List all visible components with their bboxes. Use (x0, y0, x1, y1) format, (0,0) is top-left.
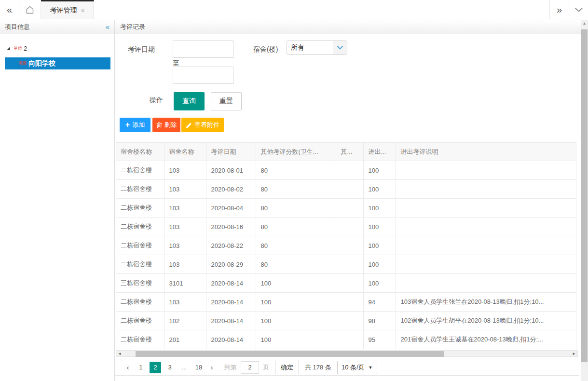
page-size-value: 10 条/页 (342, 363, 365, 372)
table-row[interactable]: 二栋宿舍楼1032020-08-0480100 (116, 199, 576, 218)
tree-node-unit[interactable]: 单位 2 (0, 43, 114, 54)
vertical-scrollbar[interactable]: ▲ (581, 20, 588, 381)
tab-menu-button[interactable] (569, 0, 588, 19)
table-row[interactable]: 二栋宿舍楼1032020-08-1410094103宿舍人员学生张兰在2020-… (116, 293, 576, 312)
goto-confirm-button[interactable]: 确定 (275, 361, 299, 374)
delete-button[interactable]: 删除 (152, 118, 180, 132)
tree-node-label: 向阳学校 (28, 59, 55, 68)
pagination-page[interactable]: 2 (150, 362, 161, 373)
table-row[interactable]: 二栋宿舍楼2012020-08-1410095201宿舍人员学生王诚基在2020… (116, 330, 576, 349)
action-label: 操作 (150, 96, 163, 105)
table-cell: 102 (164, 312, 206, 330)
pagination-page[interactable]: 1 (135, 362, 147, 373)
goto-page-input[interactable] (241, 361, 259, 374)
table-cell: 80 (256, 161, 336, 180)
pagination-page[interactable]: 18 (193, 362, 205, 373)
table-column-header: 宿舍楼名称 (116, 143, 164, 161)
table-cell (396, 180, 576, 199)
view-attachment-button-label: 查看附件 (194, 121, 219, 129)
date-range-label: 考评日期 (128, 45, 155, 54)
table-cell: 3101 (164, 274, 206, 293)
table-cell: 2020-08-04 (206, 199, 256, 218)
table-row[interactable]: 三栋宿舍楼31012020-08-14100100 (116, 274, 576, 293)
sidebar: 项目信息 « 单位 2 项目 向阳学校 (0, 20, 115, 381)
table-cell: 103 (164, 161, 206, 180)
table-column-header: 宿舍名称 (164, 143, 206, 161)
table-cell: 二栋宿舍楼 (116, 180, 164, 199)
page-size-select[interactable]: 10 条/页 ▼ (337, 361, 377, 374)
table-cell: 2020-08-01 (206, 161, 256, 180)
expand-tabs-button[interactable]: » (549, 0, 569, 19)
table-cell: 二栋宿舍楼 (116, 293, 164, 312)
table-cell: 100 (363, 255, 396, 274)
table-cell: 80 (256, 236, 336, 255)
table-row[interactable]: 二栋宿舍楼1032020-08-1680100 (116, 218, 576, 236)
table-cell (396, 218, 576, 236)
table-column-header: 考评日期 (206, 143, 256, 161)
table-cell: 2020-08-14 (206, 312, 256, 330)
table-row[interactable]: 二栋宿舍楼1032020-08-0180100 (116, 161, 576, 180)
table-cell: 80 (256, 180, 336, 199)
search-button[interactable]: 查询 (174, 92, 205, 110)
table-cell (396, 199, 576, 218)
table-cell (336, 236, 363, 255)
table-cell: 100 (256, 312, 336, 330)
tree-node-school-selected[interactable]: 项目 向阳学校 (5, 57, 110, 69)
home-button[interactable] (19, 0, 41, 19)
table-cell: 100 (256, 274, 336, 293)
table-cell: 100 (363, 274, 396, 293)
vertical-scrollbar-thumb[interactable] (581, 29, 588, 362)
date-to-input[interactable] (173, 67, 233, 84)
double-chevron-left-icon: « (7, 4, 12, 15)
table-row[interactable]: 二栋宿舍楼1032020-08-2980100 (116, 255, 576, 274)
scroll-left-arrow-icon[interactable]: ◄ (116, 351, 123, 356)
pagination-prev-icon[interactable]: ‹ (122, 363, 134, 371)
table-cell: 94 (363, 293, 396, 312)
table-cell: 2020-08-14 (206, 274, 256, 293)
dropdown-arrow-icon: ▼ (369, 365, 373, 370)
table-cell: 103 (164, 199, 206, 218)
table-cell: 二栋宿舍楼 (116, 312, 164, 330)
collapse-tabs-button[interactable]: « (0, 0, 19, 19)
table-cell: 80 (256, 218, 336, 236)
sidebar-collapse-icon[interactable]: « (106, 20, 109, 34)
project-badge: 项目 (18, 61, 27, 66)
tab-close-icon[interactable]: × (81, 7, 84, 14)
dorm-select[interactable]: 所有 (287, 41, 347, 55)
scroll-right-arrow-icon[interactable]: ► (571, 351, 577, 356)
tab-kaoping-guanli[interactable]: 考评管理 × (41, 0, 94, 19)
table-cell (396, 274, 576, 293)
reset-button[interactable]: 重置 (211, 92, 242, 110)
date-from-input[interactable] (173, 41, 233, 58)
main-panel-title: 考评记录 (115, 20, 581, 34)
pagination-page[interactable]: 3 (164, 362, 176, 373)
table-cell: 201 (164, 330, 206, 349)
table-cell (336, 312, 363, 330)
scroll-up-arrow-icon[interactable]: ▲ (581, 20, 588, 27)
total-count-label: 共 178 条 (305, 363, 331, 372)
add-button[interactable]: + 添加 (120, 118, 150, 132)
main-panel: 考评记录 考评日期 至 宿舍(楼) 所有 操作 查询 重置 + 添加 删除 查看… (115, 20, 581, 381)
table-row[interactable]: 二栋宿舍楼1032020-08-2280100 (116, 236, 576, 255)
view-attachment-button[interactable]: 查看附件 (181, 118, 224, 132)
dorm-label: 宿舍(楼) (253, 45, 278, 54)
table-cell: 103 (164, 236, 206, 255)
search-button-label: 查询 (182, 97, 196, 106)
table-cell: 100 (256, 293, 336, 312)
table-cell (396, 236, 576, 255)
pagination-pages: 123...18 (134, 362, 206, 373)
horizontal-scrollbar[interactable]: ◄ ► (116, 350, 578, 357)
sidebar-title: 项目信息 (5, 20, 30, 34)
table-cell (336, 274, 363, 293)
select-chevron-down-icon (333, 41, 347, 54)
table-row[interactable]: 二栋宿舍楼1022020-08-1410098102宿舍人员学生胡平在2020-… (116, 312, 576, 330)
table-cell (336, 161, 363, 180)
pagination-next-icon[interactable]: › (206, 363, 218, 371)
table-row[interactable]: 二栋宿舍楼1032020-08-0280100 (116, 180, 576, 199)
horizontal-scrollbar-thumb[interactable] (136, 351, 444, 357)
table-cell: 103 (164, 180, 206, 199)
project-tree: 单位 2 项目 向阳学校 (0, 34, 114, 69)
table-header-row: 宿舍楼名称宿舍名称考评日期其他考评分数(卫生...其...进出...进出考评说明 (116, 143, 576, 161)
tree-expand-caret-icon[interactable] (7, 47, 10, 50)
table-cell (336, 180, 363, 199)
